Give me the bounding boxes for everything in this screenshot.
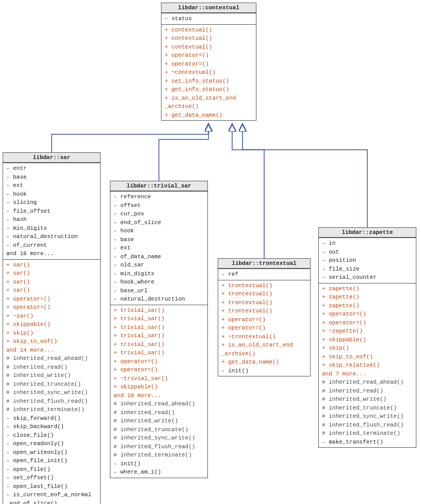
line: # inherited_truncate(): [322, 404, 413, 413]
line: - hook_where: [114, 278, 204, 287]
line: - close_file(): [6, 431, 97, 440]
line: + operator=(): [322, 310, 413, 319]
line: - slicing: [6, 198, 97, 207]
line: + skip_to_eof(): [322, 353, 413, 361]
line: - reference: [114, 193, 204, 201]
line: - min_digits: [114, 270, 204, 278]
arrow-trivial-contextual: [159, 124, 208, 181]
line: + skippable(): [6, 320, 97, 329]
line: - offset: [114, 201, 204, 210]
line: - end_of_slice: [114, 218, 204, 227]
line: - where_am_i(): [114, 468, 204, 477]
line: + trivial_sar(): [114, 323, 204, 332]
line: + trivial_sar(): [114, 306, 204, 315]
line: # inherited_write(): [114, 417, 204, 426]
line: - open_writeonly(): [6, 448, 97, 457]
line: + is_an_old_start_end: [221, 341, 307, 350]
section-sar-attrs: - entr - base - ext - hook - slicing - f…: [3, 163, 100, 259]
line: # inherited_sync_write(): [322, 412, 413, 421]
line: - ext: [114, 244, 204, 253]
line: # inherited_sync_write(): [114, 434, 204, 443]
line: - file_size: [322, 265, 413, 274]
line: + skip(): [6, 329, 97, 338]
line: # inherited_terminate(): [322, 429, 413, 438]
line: # inherited_terminate(): [114, 451, 204, 460]
line: - make_transfert(): [322, 438, 413, 447]
line: - hook: [6, 190, 97, 199]
line: + ~trontextual(): [221, 333, 307, 341]
title-text-sar: libdar::sar: [33, 154, 71, 161]
line: - init(): [114, 460, 204, 468]
title-trivial-sar: libdar::trivial_sar: [110, 181, 207, 191]
line: + trivial_sar(): [114, 340, 204, 349]
line: # inherited_write(): [322, 395, 413, 404]
arrow-zapette-contextual: [242, 124, 367, 227]
line: - skip_forward(): [6, 414, 97, 423]
section-tront-attrs: - ref: [218, 269, 310, 280]
line: - serial_counter: [322, 273, 413, 282]
line: + zapette(): [322, 293, 413, 302]
section-trivial-attrs: - reference - offset - cur_pos - end_of_…: [110, 191, 207, 305]
line: - of_current: [6, 241, 97, 250]
line: # inherited_read_ahead(): [6, 354, 97, 363]
line: + get_data_name(): [221, 358, 307, 367]
line: # inherited_read_ahead(): [322, 378, 413, 387]
line: # inherited_sync_write(): [6, 388, 97, 397]
line: and 7 more...: [322, 370, 413, 379]
line: + contextual(): [165, 43, 253, 52]
line: + zapette(): [322, 302, 413, 310]
line: - init(): [221, 367, 307, 375]
box-trivial-sar: libdar::trivial_sar - reference - offset…: [110, 181, 208, 478]
line: # inherited_read(): [6, 363, 97, 372]
line: # inherited_flush_read(): [322, 421, 413, 430]
line: + ~contextual(): [165, 68, 253, 77]
line: + trontextual(): [221, 298, 307, 307]
line: + operator=(): [114, 366, 204, 374]
line: # inherited_flush_read(): [6, 397, 97, 406]
line: + trivial_sar(): [114, 314, 204, 323]
section-sar-methods: + sar() + sar() + sar() + sar() + operat…: [3, 259, 100, 505]
line: - ext: [6, 181, 97, 190]
line: + ~trivial_sar(): [114, 374, 204, 383]
line: # inherited_terminate(): [6, 405, 97, 414]
line: # inherited_flush_read(): [114, 443, 204, 451]
line: + ~zapette(): [322, 327, 413, 336]
line: _end_of_slice(): [6, 499, 97, 505]
line: + trontextual(): [221, 281, 307, 290]
line: - old_sar: [114, 261, 204, 270]
line: - hash: [6, 215, 97, 224]
line: + trivial_sar(): [114, 332, 204, 340]
line: + operator=(): [6, 303, 97, 312]
box-sar: libdar::sar - entr - base - ext - hook -…: [3, 152, 101, 504]
line: # inherited_read_ahead(): [114, 400, 204, 408]
line: - in: [322, 239, 413, 248]
line: + skip(): [322, 344, 413, 353]
title-text-trontextual: libdar::trontextual: [232, 260, 296, 266]
line: + operator=(): [322, 319, 413, 327]
line: - min_digits: [6, 224, 97, 233]
line: and 14 more...: [6, 346, 97, 355]
arrow-sar-contextual: [52, 124, 208, 152]
title-text-zapette: libdar::zapette: [342, 229, 393, 235]
line: + operator=(): [6, 295, 97, 304]
box-trontextual: libdar::trontextual - ref + trontextual(…: [218, 258, 311, 376]
line: + contextual(): [165, 26, 253, 35]
line: # inherited_truncate(): [6, 380, 97, 389]
line: + trontextual(): [221, 307, 307, 316]
line: - position: [322, 256, 413, 265]
line: - open_last_file(): [6, 482, 97, 491]
line: + operator=(): [221, 316, 307, 324]
line: # inherited_read(): [114, 408, 204, 417]
title-sar: libdar::sar: [3, 153, 100, 163]
box-zapette: libdar::zapette - in - out - position - …: [318, 227, 416, 448]
line: - skip_backward(): [6, 422, 97, 431]
line: + skippable(): [114, 383, 204, 391]
line: + get_data_name(): [165, 111, 253, 120]
line: - set_offset(): [6, 474, 97, 482]
line: + set_info_status(): [165, 77, 253, 86]
line: + operator=(): [165, 60, 253, 69]
line: # inherited_write(): [6, 371, 97, 380]
title-trontextual: libdar::trontextual: [218, 259, 310, 269]
line: + skippable(): [322, 336, 413, 344]
line: + skip_to_eof(): [6, 337, 97, 346]
